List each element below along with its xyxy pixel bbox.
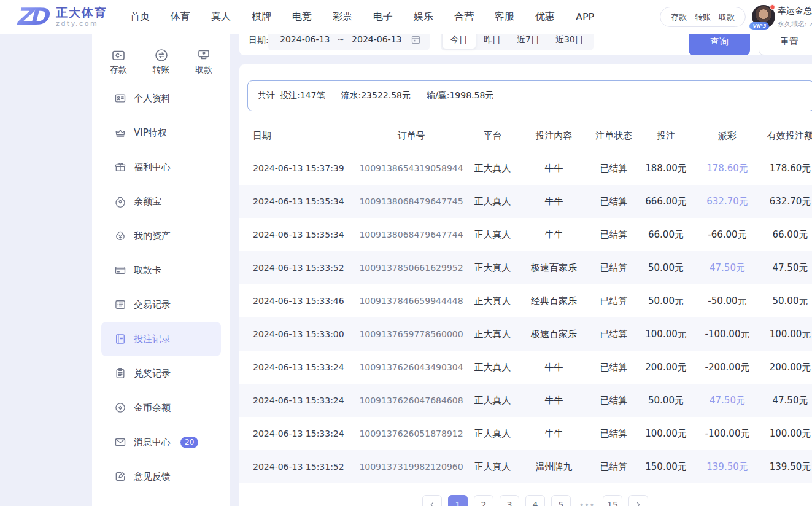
nav-item-10[interactable]: 优惠	[535, 10, 555, 23]
sidebar-item-vip[interactable]: VIP特权	[92, 115, 230, 150]
cell-content: 经典百家乐	[516, 284, 592, 317]
cell-order: 1009137626047684608	[353, 384, 470, 417]
cell-platform: 正大真人	[470, 152, 516, 185]
table-header-row: 日期订单号平台投注内容注单状态投注派彩有效投注额	[239, 121, 812, 152]
next-page-button[interactable]	[628, 495, 648, 506]
nav-item-11[interactable]: APP	[576, 11, 594, 23]
prev-page-button[interactable]	[422, 495, 442, 506]
cell-platform: 正大真人	[470, 284, 516, 317]
sidebar-item-coin-balance[interactable]: 金币余额	[92, 391, 230, 425]
sidebar-item-yuebao[interactable]: 余额宝	[92, 184, 230, 219]
brand-logo-icon: ZD	[16, 3, 50, 30]
page-button-4[interactable]: 4	[525, 495, 545, 506]
wallet-actions: 存款转账取款	[660, 7, 746, 27]
nav-item-8[interactable]: 合营	[454, 10, 474, 23]
coin-pouch-icon	[114, 195, 126, 208]
nav-item-5[interactable]: 彩票	[333, 10, 352, 23]
summary-label: 共计	[258, 90, 275, 101]
cell-valid: 100.00元	[758, 317, 812, 351]
column-header-4: 注单状态	[592, 121, 635, 152]
cell-date: 2024-06-13 15:33:00	[239, 317, 353, 351]
cell-content: 牛牛	[516, 417, 592, 450]
cell-bet: 200.00元	[635, 351, 697, 384]
feedback-icon	[114, 470, 126, 483]
page-button-1[interactable]: 1	[448, 495, 468, 506]
cell-status: 已结算	[592, 384, 635, 417]
cell-date: 2024-06-13 15:33:46	[239, 284, 353, 317]
cell-content: 牛牛	[516, 152, 592, 185]
cell-platform: 正大真人	[470, 417, 516, 450]
column-header-5: 投注	[635, 121, 697, 152]
column-header-2: 平台	[470, 121, 516, 152]
cell-valid: 100.00元	[758, 417, 812, 450]
table-row: 2024-06-13 15:37:391009138654319058944正大…	[239, 152, 812, 185]
coin-icon	[114, 402, 126, 414]
cell-status: 已结算	[592, 351, 635, 384]
cell-valid: 47.50元	[758, 251, 812, 284]
cell-order: 1009137626043490304	[353, 351, 470, 384]
sidebar-item-messages[interactable]: 消息中心20	[92, 425, 230, 459]
cell-platform: 正大真人	[470, 317, 516, 351]
cell-platform: 正大真人	[470, 384, 516, 417]
table-row: 2024-06-13 15:31:521009137319982120960正大…	[239, 450, 812, 483]
brand-logo[interactable]: ZD 正大体育 zdty.com	[16, 3, 107, 30]
sidebar-item-transactions[interactable]: 交易记录	[92, 287, 230, 322]
nav-item-2[interactable]: 真人	[211, 10, 231, 23]
nav-item-7[interactable]: 娱乐	[414, 10, 433, 23]
nav-item-3[interactable]: 棋牌	[252, 10, 271, 23]
user-name: 幸运金总	[778, 6, 812, 17]
wallet-action-2[interactable]: 取款	[719, 12, 735, 23]
cell-payout: 178.60元	[697, 152, 758, 185]
user-info[interactable]: 幸运金总 永久域名: z	[778, 6, 812, 29]
date-from: 2024-06-13	[280, 34, 330, 44]
sidebar-item-welfare[interactable]: 福利中心	[92, 150, 230, 184]
cell-bet: 50.00元	[635, 251, 697, 284]
table-row: 2024-06-13 15:33:241009137626043490304正大…	[239, 351, 812, 384]
cell-bet: 150.00元	[635, 450, 697, 483]
sidebar-item-feedback[interactable]: 意见反馈	[92, 459, 230, 494]
page-button-15[interactable]: 15	[603, 495, 622, 506]
cell-date: 2024-06-13 15:33:24	[239, 384, 353, 417]
cell-payout: 47.50元	[697, 384, 758, 417]
page-button-3[interactable]: 3	[500, 495, 519, 506]
wallet-action-0[interactable]: 存款	[671, 12, 687, 23]
cell-date: 2024-06-13 15:35:34	[239, 185, 353, 218]
bank-card-icon	[114, 264, 126, 276]
sidebar-item-assets[interactable]: 我的资产	[92, 219, 230, 253]
bet-records-table: 日期订单号平台投注内容注单状态投注派彩有效投注额 2024-06-13 15:3…	[239, 121, 812, 483]
sidebar-item-redeem-records[interactable]: 兑奖记录	[92, 356, 230, 391]
sidebar-quick-withdraw[interactable]: 取款	[187, 48, 221, 76]
pagination: 12345•••15	[239, 495, 812, 506]
atm-icon	[196, 48, 211, 63]
id-card-icon	[114, 92, 126, 104]
nav-item-1[interactable]: 体育	[171, 10, 190, 23]
cell-valid: 632.70元	[758, 185, 812, 218]
nav-item-4[interactable]: 电竞	[292, 10, 312, 23]
sidebar-quick-transfer[interactable]: 转账	[144, 48, 179, 76]
cell-bet: 66.00元	[635, 218, 697, 251]
sidebar-item-withdraw-card[interactable]: 取款卡	[92, 253, 230, 287]
nav-item-0[interactable]: 首页	[130, 10, 150, 23]
user-avatar[interactable]: VIP3	[752, 5, 775, 28]
nav-item-6[interactable]: 电子	[373, 10, 393, 23]
nav-item-9[interactable]: 客服	[495, 10, 514, 23]
sidebar-quick-deposit[interactable]: 存款	[101, 48, 136, 76]
notebook-icon	[114, 333, 126, 345]
cell-date: 2024-06-13 15:33:24	[239, 417, 353, 450]
sidebar-item-bet-records[interactable]: 投注记录	[101, 322, 221, 356]
cell-bet: 100.00元	[635, 417, 697, 450]
list-icon	[114, 298, 126, 311]
table-row: 2024-06-13 15:33:461009137846659944448正大…	[239, 284, 812, 317]
page-button-2[interactable]: 2	[474, 495, 493, 506]
cell-platform: 正大真人	[470, 450, 516, 483]
clipboard-icon	[114, 367, 126, 379]
cell-payout: 632.70元	[697, 185, 758, 218]
wallet-action-1[interactable]: 转账	[695, 12, 711, 23]
cell-status: 已结算	[592, 152, 635, 185]
cell-status: 已结算	[592, 284, 635, 317]
cell-bet: 666.00元	[635, 185, 697, 218]
crown-icon	[114, 126, 126, 139]
page-button-5[interactable]: 5	[551, 495, 571, 506]
sidebar-item-profile[interactable]: 个人资料	[92, 81, 230, 115]
cell-payout: -50.00元	[697, 284, 758, 317]
